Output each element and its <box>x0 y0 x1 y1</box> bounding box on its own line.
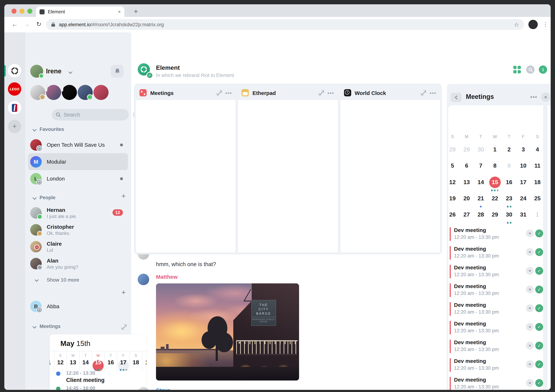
meeting-accept-button[interactable]: ✓ <box>535 379 543 387</box>
room-list-item[interactable]: Open Tech Will Save Us <box>28 136 128 153</box>
user-menu-chevron-icon[interactable] <box>68 70 73 74</box>
traffic-minimize-button[interactable] <box>19 9 24 14</box>
calendar-day-cell[interactable]: 6 <box>460 160 474 176</box>
panel-close-icon[interactable]: × <box>541 92 550 102</box>
meeting-list-item[interactable]: Dev meeting 12:20 am - 13:30 pm × ✓ <box>450 338 545 354</box>
show-more-button[interactable]: Show 10 more <box>35 277 79 283</box>
message-author[interactable]: Steve <box>156 387 170 390</box>
calendar-day-cell[interactable]: 1 <box>530 208 545 225</box>
calendar-day-cell[interactable]: 28 <box>474 208 488 225</box>
meeting-list-item[interactable]: Dev meeting 12:20 am - 13:30 pm × ✓ <box>450 264 545 280</box>
person-list-item[interactable]: Cristopher Ok, thanks. <box>28 221 128 238</box>
calendar-day-cell[interactable]: 7 <box>474 160 488 176</box>
people-section-header[interactable]: People <box>33 195 56 200</box>
calendar-day-cell[interactable]: 17 <box>516 176 530 192</box>
calendar-day-cell[interactable]: 30 <box>474 143 488 160</box>
calendar-day-cell[interactable]: 31 <box>516 208 530 225</box>
meeting-accept-button[interactable]: ✓ <box>535 304 543 312</box>
bookmark-star-icon[interactable]: ☆ <box>514 21 519 28</box>
meeting-dismiss-button[interactable]: × <box>526 323 534 331</box>
meeting-list-item[interactable]: Dev meeting 12:20 am - 13:30 pm × ✓ <box>450 282 545 298</box>
new-tab-button[interactable]: + <box>131 7 141 16</box>
calendar-day-cell[interactable]: 15 <box>488 176 502 192</box>
person-list-item[interactable]: Hernan I just ate a pie. 12 <box>28 204 128 221</box>
calendar-day-cell[interactable]: 27 <box>460 208 474 225</box>
tab-close-icon[interactable]: × <box>118 9 121 14</box>
widget-menu-icon[interactable]: ••• <box>430 90 436 96</box>
meeting-list-item[interactable]: Dev meeting 12:20 am - 13:30 pm × ✓ <box>450 226 545 242</box>
room-search-button[interactable] <box>526 66 534 74</box>
expand-widget-icon[interactable] <box>122 324 126 329</box>
space-nba[interactable] <box>8 101 21 114</box>
widget-body[interactable] <box>136 100 236 252</box>
calendar-day-cell[interactable]: 23 <box>502 192 516 208</box>
meeting-list-item[interactable]: Dev meeting 12:20 am - 13:30 pm × ✓ <box>450 301 545 317</box>
mini-calendar-day-cell[interactable]: F 17 <box>117 351 130 372</box>
calendar-day-cell[interactable]: 2 <box>502 143 516 160</box>
meeting-list-item[interactable]: Dev meeting 12:20 am - 13:30 pm × ✓ <box>450 320 545 336</box>
meeting-list-item[interactable]: Dev meeting 12:20 am - 13:30 pm × ✓ <box>450 376 545 390</box>
message-author[interactable]: Matthew <box>156 274 178 280</box>
meeting-accept-button[interactable]: ✓ <box>535 360 543 368</box>
calendar-day-cell[interactable]: 24 <box>516 192 530 208</box>
mini-calendar-day-cell[interactable]: S 19 <box>142 351 147 372</box>
space-element-home[interactable] <box>8 64 21 77</box>
apps-grid-icon[interactable] <box>513 66 521 73</box>
user-avatar[interactable] <box>30 65 43 78</box>
meetings-section-header[interactable]: Meetings <box>33 324 61 329</box>
meeting-accept-button[interactable]: ✓ <box>535 267 543 275</box>
search-input[interactable]: Search <box>52 109 129 120</box>
notifications-button[interactable] <box>111 65 124 78</box>
space-lego[interactable]: LEGO <box>8 82 21 96</box>
meeting-dismiss-button[interactable]: × <box>526 304 534 312</box>
calendar-day-cell[interactable]: 4 <box>530 143 545 160</box>
calendar-day-cell[interactable]: 25 <box>530 192 545 208</box>
room-list-item[interactable]: M Modular <box>28 153 128 170</box>
calendar-event[interactable]: 14:45 - 16:00 Investors dinner @ Lion Ho… <box>56 385 145 390</box>
calendar-day-cell[interactable]: 21 <box>474 192 488 208</box>
meeting-list-item[interactable]: Dev meeting 12:20 am - 13:30 pm × ✓ <box>450 357 545 373</box>
meeting-accept-button[interactable]: ✓ <box>535 248 543 256</box>
browser-menu-icon[interactable]: ⋮ <box>543 20 548 29</box>
room-list-item[interactable]: L London <box>28 170 128 187</box>
room-abba[interactable]: B Abba <box>28 298 128 315</box>
message-avatar[interactable] <box>138 274 149 285</box>
room-topic[interactable]: In which we rebrand Riot to Element <box>156 73 234 78</box>
traffic-zoom-button[interactable] <box>27 9 32 14</box>
recent-dm-avatar[interactable] <box>30 85 45 100</box>
add-space-button[interactable]: + <box>8 120 21 133</box>
meeting-dismiss-button[interactable]: × <box>526 267 534 275</box>
calendar-day-cell[interactable]: 29 <box>460 143 474 160</box>
meeting-dismiss-button[interactable]: × <box>526 286 534 294</box>
meeting-dismiss-button[interactable]: × <box>526 229 534 237</box>
meeting-dismiss-button[interactable]: × <box>526 379 534 387</box>
widget-body[interactable] <box>340 100 440 252</box>
favourites-section-header[interactable]: Favourites <box>33 126 64 132</box>
recent-dm-avatar[interactable] <box>62 85 77 100</box>
calendar-day-cell[interactable]: 28 <box>445 143 460 160</box>
mini-calendar-day-cell[interactable]: S 11 <box>50 351 54 372</box>
calendar-day-cell[interactable]: 26 <box>445 208 460 225</box>
meeting-accept-button[interactable]: ✓ <box>535 342 543 350</box>
calendar-day-cell[interactable]: 20 <box>460 192 474 208</box>
meeting-dismiss-button[interactable]: × <box>526 360 534 368</box>
person-list-item[interactable]: Claire Lol <box>28 238 128 255</box>
calendar-day-cell[interactable]: 29 <box>488 208 502 225</box>
back-icon[interactable]: ← <box>10 20 19 29</box>
browser-profile-avatar[interactable] <box>528 20 538 29</box>
message-image-pub-sunset[interactable]: THE CITY BARGE RIVERSIDE PUBLIC HOUSE <box>156 283 299 380</box>
meeting-accept-button[interactable]: ✓ <box>535 286 543 294</box>
widget-expand-icon[interactable] <box>319 90 324 95</box>
person-list-item[interactable]: Alan Are you going? <box>28 255 128 272</box>
calendar-day-cell[interactable]: 11 <box>530 160 545 176</box>
calendar-day-cell[interactable]: 3 <box>516 143 530 160</box>
calendar-day-cell[interactable]: 14 <box>474 176 488 192</box>
user-name[interactable]: Irene <box>46 68 61 75</box>
calendar-day-cell[interactable]: 9 <box>502 160 516 176</box>
calendar-day-cell[interactable]: 22 <box>488 192 502 208</box>
meeting-dismiss-button[interactable]: × <box>526 342 534 350</box>
meeting-list-item[interactable]: Dev meeting 12:20 am - 13:30 pm × ✓ <box>450 245 545 261</box>
recent-dm-avatar[interactable] <box>46 85 61 100</box>
traffic-close-button[interactable] <box>12 9 16 14</box>
mini-calendar-day-cell[interactable]: S 12 <box>54 351 67 372</box>
